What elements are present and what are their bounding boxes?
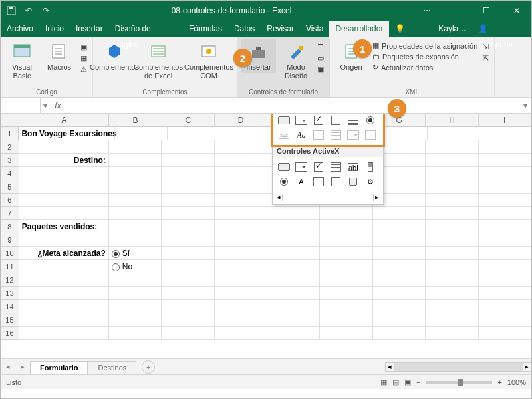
cell-B15[interactable]: [109, 313, 162, 327]
cell-G9[interactable]: [373, 233, 426, 247]
row-header-11[interactable]: 11: [1, 260, 19, 273]
cell-I6[interactable]: [479, 194, 531, 207]
row-header-1[interactable]: 1: [1, 127, 19, 140]
option-button-no[interactable]: [112, 263, 120, 271]
dropdown-scrollbar[interactable]: ◂ ▸: [273, 192, 383, 204]
tab-desarrollador[interactable]: Desarrollador: [329, 21, 389, 37]
map-properties-button[interactable]: ▦ Propiedades de la asignación: [371, 41, 479, 51]
cell-D10[interactable]: [215, 247, 267, 260]
cell-F12[interactable]: [320, 273, 372, 287]
row-header-4[interactable]: 4: [1, 167, 19, 180]
cell-H14[interactable]: [426, 300, 478, 313]
cell-I7[interactable]: [479, 207, 531, 220]
cell-H4[interactable]: [426, 167, 478, 180]
sheet-nav-prev[interactable]: ◂: [1, 362, 15, 371]
view-normal-icon[interactable]: ▦: [380, 378, 387, 386]
export-button[interactable]: ⇱: [481, 53, 490, 63]
cell-C11[interactable]: [162, 260, 214, 273]
cell-F16[interactable]: [320, 327, 372, 340]
relative-ref-button[interactable]: ▦: [79, 53, 88, 63]
cell-C9[interactable]: [162, 233, 214, 247]
cell-C3[interactable]: [162, 154, 214, 167]
formula-expand[interactable]: ▾: [519, 101, 531, 110]
undo-icon[interactable]: ↶: [23, 5, 34, 16]
add-sheet-button[interactable]: +: [142, 360, 155, 374]
cell-B4[interactable]: [109, 167, 162, 180]
cell-I1[interactable]: [479, 127, 531, 140]
cell-H11[interactable]: [426, 260, 478, 273]
cell-D5[interactable]: [215, 180, 267, 194]
cell-D15[interactable]: [215, 313, 267, 327]
fx-icon[interactable]: fx: [50, 101, 66, 110]
sheet-tab-destinos[interactable]: Destinos: [88, 361, 136, 374]
share-button[interactable]: 👤 Compartir: [472, 21, 531, 37]
row-header-16[interactable]: 16: [1, 327, 19, 340]
cell-A14[interactable]: [19, 300, 109, 313]
cell-A9[interactable]: [19, 233, 109, 247]
cell-G10[interactable]: [373, 247, 426, 260]
cell-I2[interactable]: [479, 140, 531, 154]
ax-label-icon[interactable]: A: [293, 174, 310, 189]
cell-C13[interactable]: [162, 287, 214, 300]
cell-D4[interactable]: [215, 167, 267, 180]
cell-C8[interactable]: [162, 220, 214, 233]
tab-diseno[interactable]: Diseño de página: [109, 21, 183, 37]
cell-B14[interactable]: [109, 300, 162, 313]
scroll-left-icon[interactable]: ◂: [277, 193, 281, 201]
refresh-data-button[interactable]: ↻ Actualizar datos: [371, 63, 479, 72]
cell-D7[interactable]: [215, 207, 267, 220]
cell-B5[interactable]: [109, 180, 162, 194]
cell-H1[interactable]: [428, 127, 479, 140]
view-layout-icon[interactable]: ▤: [392, 378, 399, 386]
scroll-track[interactable]: [282, 194, 374, 201]
cell-H3[interactable]: [426, 154, 478, 167]
cell-I12[interactable]: [479, 273, 531, 287]
cell-E13[interactable]: [267, 287, 320, 300]
cell-G8[interactable]: [373, 220, 426, 233]
properties-button[interactable]: ☰: [316, 42, 325, 52]
cell-H10[interactable]: [426, 247, 478, 260]
expansion-packs-button[interactable]: 🗀 Paquetes de expansión: [371, 52, 479, 61]
row-header-3[interactable]: 3: [1, 154, 19, 167]
cell-C10[interactable]: [162, 247, 214, 260]
label-control-icon[interactable]: Aa: [293, 128, 310, 142]
cell-C6[interactable]: [162, 194, 214, 207]
zoom-in-button[interactable]: +: [497, 378, 501, 386]
cell-E10[interactable]: [267, 247, 320, 260]
spinner-control-icon[interactable]: [327, 114, 344, 128]
record-macro-button[interactable]: ▣: [79, 42, 88, 52]
row-header-13[interactable]: 13: [1, 287, 19, 300]
minimize-button[interactable]: —: [442, 1, 471, 21]
col-header-i[interactable]: I: [479, 114, 531, 126]
cell-G16[interactable]: [373, 327, 426, 340]
cell-A5[interactable]: [19, 180, 109, 194]
cell-C15[interactable]: [162, 313, 214, 327]
close-button[interactable]: ✕: [501, 1, 531, 21]
tab-revisar[interactable]: Revisar: [261, 21, 300, 37]
cell-C5[interactable]: [162, 180, 214, 194]
scroll-right-icon[interactable]: ▸: [375, 193, 379, 201]
cell-C1[interactable]: [168, 127, 219, 140]
cell-B3[interactable]: [109, 154, 162, 167]
cell-A8[interactable]: Paquetes vendidos:: [19, 220, 109, 233]
cell-D3[interactable]: [215, 154, 267, 167]
cell-H12[interactable]: [426, 273, 478, 287]
cell-G12[interactable]: [373, 273, 426, 287]
col-header-d[interactable]: D: [215, 114, 267, 126]
cell-E7[interactable]: [267, 207, 320, 220]
cell-G14[interactable]: [373, 300, 426, 313]
cell-G15[interactable]: [373, 313, 426, 327]
zoom-out-button[interactable]: −: [416, 378, 420, 386]
col-header-h[interactable]: H: [426, 114, 478, 126]
com-addins-button[interactable]: Complementos COM: [185, 39, 233, 81]
view-code-button[interactable]: ▭: [316, 53, 325, 63]
groupbox-control-icon[interactable]: xyz: [275, 128, 293, 142]
cell-D11[interactable]: [215, 260, 267, 273]
tab-datos[interactable]: Datos: [228, 21, 261, 37]
combobox-control-icon[interactable]: [293, 114, 310, 128]
col-header-c[interactable]: C: [162, 114, 215, 126]
cell-D12[interactable]: [215, 273, 267, 287]
col-header-a[interactable]: A: [19, 114, 109, 126]
cell-I15[interactable]: [479, 313, 531, 327]
cell-B8[interactable]: [109, 220, 162, 233]
